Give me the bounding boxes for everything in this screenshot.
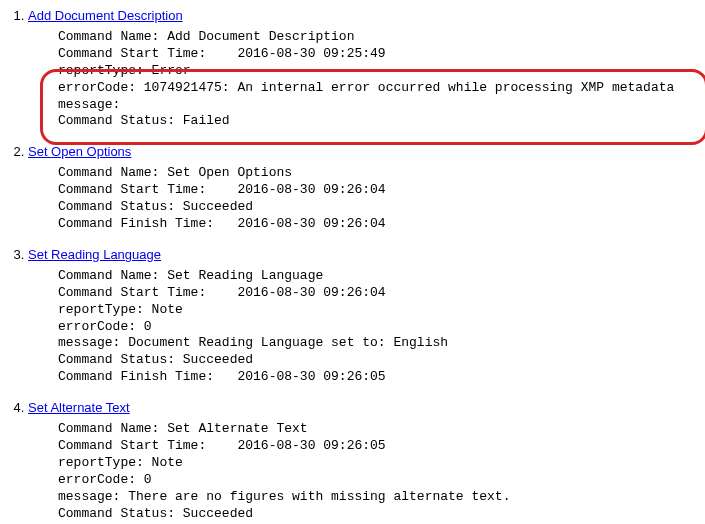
log-line: Command Status: Succeeded [58,352,253,367]
log-line: errorCode: 0 [58,319,152,334]
log-line: Command Start Time: 2016-08-30 09:25:49 [58,46,386,61]
log-line: message: Document Reading Language set t… [58,335,448,350]
command-item-2: Set Open Options Command Name: Set Open … [28,144,701,233]
section-link-set-open-options[interactable]: Set Open Options [28,144,131,159]
log-line: reportType: Error [58,63,191,78]
command-details-2: Command Name: Set Open Options Command S… [58,165,701,233]
log-line: Command Start Time: 2016-08-30 09:26:04 [58,182,386,197]
log-line: message: There are no figures with missi… [58,489,510,504]
log-line: Command Name: Add Document Description [58,29,354,44]
command-details-3: Command Name: Set Reading Language Comma… [58,268,701,386]
command-details-1: Command Name: Add Document Description C… [58,29,701,130]
log-line: Command Finish Time: 2016-08-30 09:26:04 [58,216,386,231]
command-item-1: Add Document Description Command Name: A… [28,8,701,130]
log-line: message: [58,97,120,112]
command-details-4: Command Name: Set Alternate Text Command… [58,421,701,524]
log-line: Command Name: Set Open Options [58,165,292,180]
command-list: Add Document Description Command Name: A… [4,8,701,524]
log-line: errorCode: 1074921475: An internal error… [58,80,674,95]
command-item-4: Set Alternate Text Command Name: Set Alt… [28,400,701,524]
log-container: Add Document Description Command Name: A… [4,8,701,524]
log-line: Command Start Time: 2016-08-30 09:26:04 [58,285,386,300]
log-line: Command Name: Set Reading Language [58,268,323,283]
log-line: reportType: Note [58,302,183,317]
log-line: Command Status: Failed [58,113,230,128]
log-line: Command Name: Set Alternate Text [58,421,308,436]
log-line: reportType: Note [58,455,183,470]
section-link-add-document-description[interactable]: Add Document Description [28,8,183,23]
log-line: Command Status: Succeeded [58,199,253,214]
log-line: errorCode: 0 [58,472,152,487]
command-item-3: Set Reading Language Command Name: Set R… [28,247,701,386]
section-link-set-reading-language[interactable]: Set Reading Language [28,247,161,262]
log-line: Command Finish Time: 2016-08-30 09:26:05 [58,369,386,384]
log-line: Command Start Time: 2016-08-30 09:26:05 [58,438,386,453]
log-line: Command Status: Succeeded [58,506,253,521]
section-link-set-alternate-text[interactable]: Set Alternate Text [28,400,130,415]
